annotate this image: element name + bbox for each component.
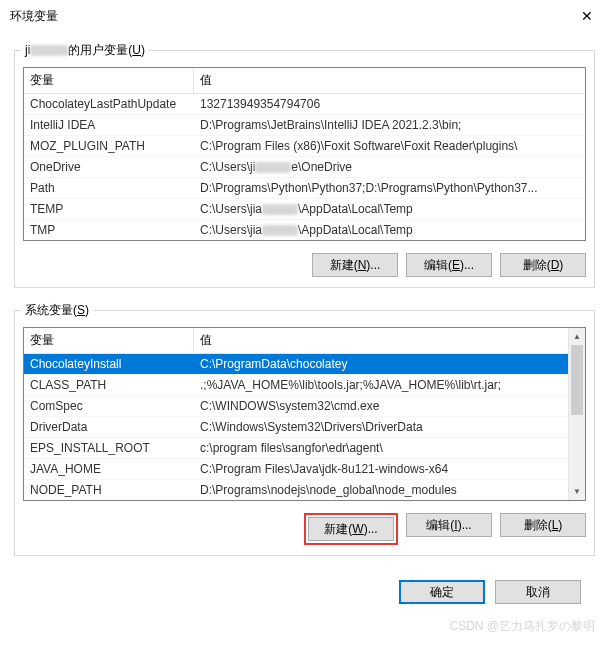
cell-value: C:\Users\jie\OneDrive <box>194 157 585 177</box>
table-row[interactable]: EPS_INSTALL_ROOTc:\program files\sangfor… <box>24 437 568 458</box>
dialog-buttons: 确定 取消 <box>14 570 595 604</box>
col-variable[interactable]: 变量 <box>24 68 194 93</box>
col-value[interactable]: 值 <box>194 328 568 353</box>
table-row[interactable]: IntelliJ IDEAD:\Programs\JetBrains\Intel… <box>24 114 585 135</box>
cell-variable: ChocolateyInstall <box>24 354 194 374</box>
scroll-thumb[interactable] <box>571 345 583 415</box>
close-icon[interactable]: ✕ <box>575 6 599 26</box>
table-row[interactable]: CLASS_PATH.;%JAVA_HOME%\lib\tools.jar;%J… <box>24 374 568 395</box>
cell-variable: DriverData <box>24 417 194 437</box>
cell-variable: MOZ_PLUGIN_PATH <box>24 136 194 156</box>
sys-vars-table[interactable]: 变量 值 ChocolateyInstallC:\ProgramData\cho… <box>23 327 586 501</box>
cell-value: D:\Programs\Python\Python37;D:\Programs\… <box>194 178 585 198</box>
scroll-up-icon[interactable]: ▲ <box>569 328 585 345</box>
user-vars-table[interactable]: 变量 值 ChocolateyLastPathUpdate13271394935… <box>23 67 586 241</box>
table-row[interactable]: TEMPC:\Users\jia\AppData\Local\Temp <box>24 198 585 219</box>
table-row[interactable]: DriverDataC:\Windows\System32\Drivers\Dr… <box>24 416 568 437</box>
cancel-button[interactable]: 取消 <box>495 580 581 604</box>
cell-variable: OneDrive <box>24 157 194 177</box>
table-row[interactable]: ChocolateyInstallC:\ProgramData\chocolat… <box>24 354 568 374</box>
cell-value: C:\WINDOWS\system32\cmd.exe <box>194 396 568 416</box>
cell-value: C:\Users\jia\AppData\Local\Temp <box>194 220 585 240</box>
table-row[interactable]: ChocolateyLastPathUpdate1327139493547947… <box>24 94 585 114</box>
sys-vars-legend: 系统变量(S) <box>21 302 93 319</box>
cell-value: C:\Program Files\Java\jdk-8u121-windows-… <box>194 459 568 479</box>
cell-variable: JAVA_HOME <box>24 459 194 479</box>
cell-variable: IntelliJ IDEA <box>24 115 194 135</box>
col-value[interactable]: 值 <box>194 68 585 93</box>
col-variable[interactable]: 变量 <box>24 328 194 353</box>
cell-variable: EPS_INSTALL_ROOT <box>24 438 194 458</box>
user-vars-buttons: 新建(N)... 编辑(E)... 删除(D) <box>15 247 594 287</box>
user-vars-group: ji的用户变量(U) 变量 值 ChocolateyLastPathUpdate… <box>14 42 595 288</box>
cell-value: .;%JAVA_HOME%\lib\tools.jar;%JAVA_HOME%\… <box>194 375 568 395</box>
ok-button[interactable]: 确定 <box>399 580 485 604</box>
cell-variable: ChocolateyLastPathUpdate <box>24 94 194 114</box>
table-row[interactable]: OneDriveC:\Users\jie\OneDrive <box>24 156 585 177</box>
cell-value: C:\ProgramData\chocolatey <box>194 354 568 374</box>
user-edit-button[interactable]: 编辑(E)... <box>406 253 492 277</box>
sys-edit-button[interactable]: 编辑(I)... <box>406 513 492 537</box>
scroll-down-icon[interactable]: ▼ <box>569 483 585 500</box>
table-row[interactable]: PathD:\Programs\Python\Python37;D:\Progr… <box>24 177 585 198</box>
scrollbar[interactable]: ▲ ▼ <box>568 328 585 500</box>
cell-value: C:\Windows\System32\Drivers\DriverData <box>194 417 568 437</box>
cell-variable: CLASS_PATH <box>24 375 194 395</box>
cell-variable: ComSpec <box>24 396 194 416</box>
dialog-content: ji的用户变量(U) 变量 值 ChocolateyLastPathUpdate… <box>0 30 609 618</box>
table-row[interactable]: NODE_PATHD:\Programs\nodejs\node_global\… <box>24 479 568 500</box>
cell-value: C:\Users\jia\AppData\Local\Temp <box>194 199 585 219</box>
sys-vars-buttons: 新建(W)... 编辑(I)... 删除(L) <box>15 507 594 555</box>
table-row[interactable]: MOZ_PLUGIN_PATHC:\Program Files (x86)\Fo… <box>24 135 585 156</box>
cell-value: D:\Programs\nodejs\node_global\node_modu… <box>194 480 568 500</box>
table-header: 变量 值 <box>24 68 585 94</box>
user-new-button[interactable]: 新建(N)... <box>312 253 398 277</box>
sys-vars-group: 系统变量(S) 变量 值 ChocolateyInstallC:\Program… <box>14 302 595 556</box>
cell-variable: TEMP <box>24 199 194 219</box>
cell-value: C:\Program Files (x86)\Foxit Software\Fo… <box>194 136 585 156</box>
watermark: CSDN @艺力马扎罗の黎明 <box>449 618 595 635</box>
table-row[interactable]: ComSpecC:\WINDOWS\system32\cmd.exe <box>24 395 568 416</box>
cell-value: 132713949354794706 <box>194 94 585 114</box>
table-header: 变量 值 <box>24 328 568 354</box>
sys-new-button[interactable]: 新建(W)... <box>308 517 394 541</box>
cell-variable: Path <box>24 178 194 198</box>
user-delete-button[interactable]: 删除(D) <box>500 253 586 277</box>
cell-value: D:\Programs\JetBrains\IntelliJ IDEA 2021… <box>194 115 585 135</box>
cell-value: c:\program files\sangfor\edr\agent\ <box>194 438 568 458</box>
user-vars-legend: ji的用户变量(U) <box>21 42 149 59</box>
dialog-title: 环境变量 <box>10 8 58 25</box>
table-row[interactable]: TMPC:\Users\jia\AppData\Local\Temp <box>24 219 585 240</box>
sys-delete-button[interactable]: 删除(L) <box>500 513 586 537</box>
cell-variable: NODE_PATH <box>24 480 194 500</box>
cell-variable: TMP <box>24 220 194 240</box>
titlebar: 环境变量 ✕ <box>0 0 609 30</box>
table-row[interactable]: JAVA_HOMEC:\Program Files\Java\jdk-8u121… <box>24 458 568 479</box>
highlight-box: 新建(W)... <box>304 513 398 545</box>
